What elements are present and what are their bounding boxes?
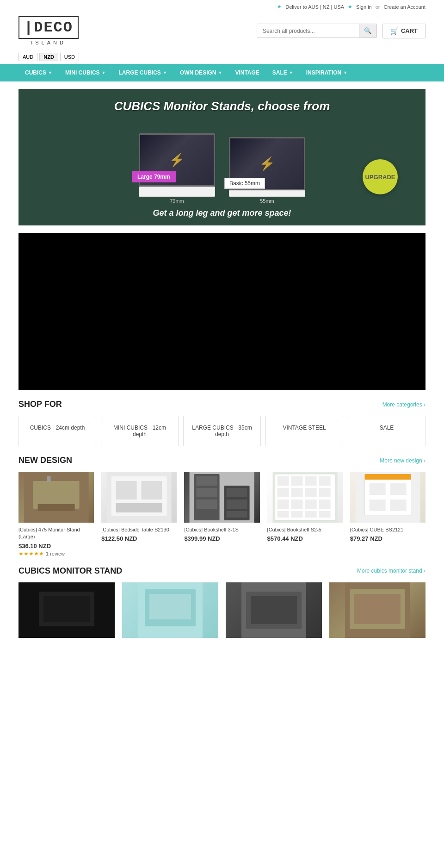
product-card-2[interactable]: [Cubics] Bedside Table S2130 $122.50 NZD <box>101 472 177 557</box>
product-review-1: 1 review <box>46 551 65 556</box>
svg-rect-38 <box>364 474 411 480</box>
currency-aud[interactable]: AUD <box>18 53 37 61</box>
product-card-1[interactable]: [Cubics] 475 Monitor Stand (Large) $36.1… <box>18 472 94 557</box>
svg-rect-24 <box>277 488 289 497</box>
cart-button[interactable]: 🛒 CART <box>382 24 426 38</box>
delivery-icon-right: ★ <box>348 4 352 10</box>
product-img-svg-3 <box>184 472 259 523</box>
header: |DECO ISLAND 🔍 🛒 CART <box>0 12 444 50</box>
new-design-grid: [Cubics] 475 Monitor Stand (Large) $36.1… <box>18 472 426 557</box>
svg-rect-17 <box>227 511 247 518</box>
svg-rect-31 <box>319 500 330 509</box>
monitor-stand-large <box>139 187 215 197</box>
nav-vintage-label: VINTAGE <box>235 69 259 76</box>
search-button[interactable]: 🔍 <box>359 24 376 37</box>
logo-sub: ISLAND <box>31 40 66 45</box>
product-price-1: $36.10 NZD <box>18 543 94 550</box>
product-stars-1: ★★★★★ <box>18 550 44 557</box>
cubics-img-svg-4 <box>329 582 426 638</box>
new-design-section: NEW DESIGN More new design › [Cubics] 47… <box>18 456 426 557</box>
cubics-monitor-title: CUBICS MONITOR STAND <box>18 566 122 576</box>
product-name-2: [Cubics] Bedside Table S2130 <box>101 526 177 533</box>
category-large-cubics[interactable]: LARGE CUBICS - 35cm depth <box>183 416 261 446</box>
hero-content: CUBICS Monitor Stands, choose from ⚡ Lar… <box>18 89 426 225</box>
svg-rect-51 <box>251 596 297 624</box>
category-mini-cubics-label: MINI CUBICS - 12cm depth <box>113 425 166 437</box>
category-cubics[interactable]: CUBICS - 24cm depth <box>18 416 96 446</box>
nav-large-cubics[interactable]: LARGE CUBICS ▼ <box>112 64 173 81</box>
more-cubics-link[interactable]: More cubics monitor stand › <box>357 568 426 574</box>
nav-own-design[interactable]: OWN DESIGN ▼ <box>173 64 229 81</box>
monitor-large: ⚡ Large 79mm 79mm <box>139 133 215 204</box>
search-input[interactable] <box>257 25 359 37</box>
svg-rect-39 <box>369 483 385 495</box>
nav-inspiration[interactable]: INSPIRATION ▼ <box>300 64 354 81</box>
product-card-5[interactable]: [Cubics] CUBE BS2121 $79.27 NZD <box>350 472 426 557</box>
shop-for-title: SHOP FOR <box>18 400 62 409</box>
shop-for-section: SHOP FOR More categories › CUBICS - 24cm… <box>18 400 426 446</box>
currency-nzd[interactable]: NZD <box>39 53 58 61</box>
hero-banner: CUBICS Monitor Stands, choose from ⚡ Lar… <box>18 89 426 225</box>
product-card-3[interactable]: [Cubics] Bookshelf 3-1S $399.99 NZD <box>184 472 259 557</box>
currency-bar: AUD NZD USD <box>0 50 444 64</box>
more-categories-link[interactable]: More categories › <box>382 401 426 408</box>
currency-usd[interactable]: USD <box>60 53 79 61</box>
product-img-svg-4 <box>267 472 343 523</box>
svg-rect-13 <box>197 488 217 497</box>
product-card-4[interactable]: [Cubics] Bookshelf S2-5 $570.44 NZD <box>267 472 343 557</box>
nav-cubics-arrow: ▼ <box>48 70 52 75</box>
category-sale[interactable]: SALE <box>348 416 426 446</box>
product-name-5: [Cubics] CUBE BS2121 <box>350 526 426 533</box>
category-large-cubics-label: LARGE CUBICS - 35cm depth <box>192 425 252 437</box>
nav-large-cubics-label: LARGE CUBICS <box>119 69 161 76</box>
delivery-text: Deliver to AUS | NZ | USA <box>285 4 344 10</box>
monitor-basic: ⚡ Basic 55mm 55mm <box>229 137 305 204</box>
upgrade-text: UPGRADE <box>365 174 395 181</box>
nav-inspiration-arrow: ▼ <box>343 70 347 75</box>
category-grid: CUBICS - 24cm depth MINI CUBICS - 12cm d… <box>18 416 426 446</box>
cart-label: CART <box>401 27 418 34</box>
nav-cubics[interactable]: CUBICS ▼ <box>18 64 59 81</box>
create-account-link[interactable]: Create an Account <box>383 4 426 10</box>
cubics-img-svg-2 <box>122 582 218 638</box>
product-image-2 <box>101 472 177 523</box>
product-name-1: [Cubics] 475 Monitor Stand (Large) <box>18 526 94 541</box>
signin-link[interactable]: Sign in <box>356 4 372 10</box>
nav-mini-cubics-label: MINI CUBICS <box>65 69 100 76</box>
large-mm: 79mm <box>170 198 184 204</box>
svg-rect-30 <box>305 500 316 509</box>
cart-icon: 🛒 <box>390 27 398 35</box>
cubics-card-2[interactable] <box>122 582 218 642</box>
nav-vintage[interactable]: VINTAGE <box>228 64 265 81</box>
svg-rect-16 <box>227 500 247 509</box>
more-new-design-link[interactable]: More new design › <box>380 457 426 464</box>
hero-subtitle: Get a long leg and get more space! <box>18 204 426 225</box>
svg-rect-41 <box>369 500 385 511</box>
product-name-3: [Cubics] Bookshelf 3-1S <box>184 526 259 533</box>
nav-large-cubics-arrow: ▼ <box>163 70 167 75</box>
cubics-card-1[interactable] <box>18 582 115 642</box>
new-design-title: NEW DESIGN <box>18 456 72 465</box>
header-right: 🔍 🛒 CART <box>257 24 426 38</box>
hero-title: CUBICS Monitor Stands, choose from <box>18 89 426 118</box>
nav-mini-cubics[interactable]: MINI CUBICS ▼ <box>59 64 112 81</box>
product-img-svg-5 <box>350 472 426 523</box>
nav-sale[interactable]: SALE ▼ <box>266 64 300 81</box>
cubics-card-3[interactable] <box>226 582 322 642</box>
cubics-image-3 <box>226 582 322 638</box>
svg-rect-40 <box>390 483 406 495</box>
category-vintage-steel[interactable]: VINTAGE STEEL <box>265 416 343 446</box>
nav-sale-label: SALE <box>272 69 287 76</box>
logo-text: |DECO <box>18 16 79 39</box>
cubics-card-4[interactable] <box>329 582 426 642</box>
monitor-stand-basic <box>229 190 305 197</box>
logo[interactable]: |DECO ISLAND <box>18 16 79 45</box>
label-basic: Basic 55mm <box>224 178 265 189</box>
category-mini-cubics[interactable]: MINI CUBICS - 12cm depth <box>101 416 179 446</box>
product-img-svg-1 <box>18 472 94 523</box>
cubics-img-svg-1 <box>18 582 115 638</box>
cubics-image-1 <box>18 582 115 638</box>
svg-rect-35 <box>319 511 330 518</box>
svg-rect-14 <box>197 500 217 509</box>
cubics-monitor-section: CUBICS MONITOR STAND More cubics monitor… <box>18 566 426 642</box>
